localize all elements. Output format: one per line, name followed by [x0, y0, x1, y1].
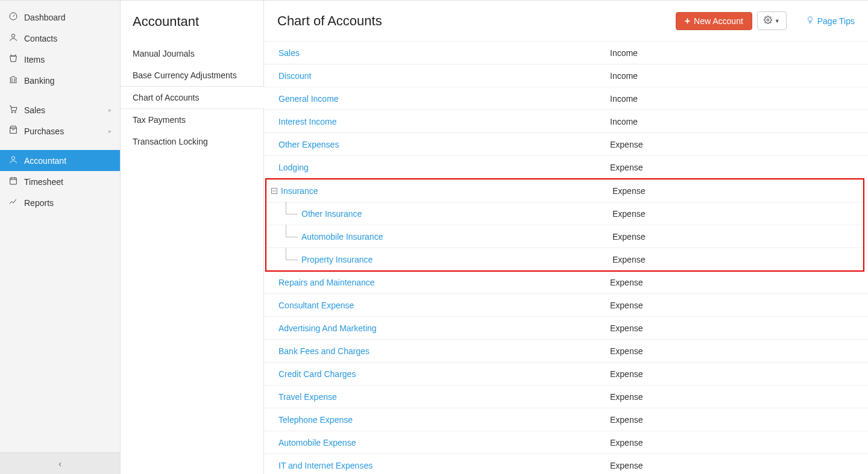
- collapse-nav-button[interactable]: ‹: [0, 452, 120, 474]
- items-icon: [8, 54, 18, 65]
- account-row: Bank Fees and ChargesExpense: [264, 340, 868, 363]
- banking-icon: [8, 75, 18, 86]
- tree-connector: [281, 208, 301, 220]
- dashboard-icon: [8, 11, 18, 23]
- svg-rect-5: [10, 178, 17, 184]
- nav-item-label: Reports: [24, 198, 54, 208]
- account-row: Automobile ExpenseExpense: [264, 431, 868, 454]
- account-link[interactable]: Telephone Expense: [278, 415, 353, 425]
- settings-dropdown-button[interactable]: ▼: [757, 11, 787, 30]
- account-link[interactable]: Bank Fees and Charges: [278, 346, 370, 356]
- page-tips-link[interactable]: Page Tips: [806, 16, 855, 26]
- account-type: Income: [610, 117, 868, 126]
- tree-connector: [281, 254, 301, 266]
- account-type: Expense: [610, 140, 868, 149]
- account-link[interactable]: Other Expenses: [278, 140, 339, 149]
- new-account-label: New Account: [694, 16, 743, 26]
- nav-item-accountant[interactable]: Accountant: [0, 150, 120, 171]
- gear-icon: [764, 16, 772, 26]
- account-link[interactable]: Discount: [278, 71, 311, 81]
- main-header: Chart of Accounts + New Account ▼ Page: [264, 1, 868, 41]
- contacts-icon: [8, 33, 18, 44]
- nav-item-sales[interactable]: Sales▸: [0, 99, 120, 120]
- account-link[interactable]: Travel Expense: [278, 392, 337, 402]
- subnav-item-base-currency-adjustments[interactable]: Base Currency Adjustments: [121, 64, 263, 86]
- account-row: General IncomeIncome: [264, 87, 868, 110]
- nav-item-label: Sales: [24, 105, 45, 115]
- page-title: Chart of Accounts: [277, 13, 382, 29]
- account-link[interactable]: Advertising And Marketing: [278, 323, 377, 333]
- timesheet-icon: [8, 176, 18, 187]
- sales-icon: [8, 104, 18, 116]
- subnav-item-transaction-locking[interactable]: Transaction Locking: [121, 131, 263, 152]
- account-row: Property InsuranceExpense: [266, 248, 863, 270]
- account-link[interactable]: IT and Internet Expenses: [278, 461, 373, 470]
- subnav-item-manual-journals[interactable]: Manual Journals: [121, 43, 263, 64]
- account-row: SalesIncome: [264, 42, 868, 64]
- caret-down-icon: ▼: [775, 18, 780, 24]
- account-row: Credit Card ChargesExpense: [264, 363, 868, 385]
- subnav-title: Accountant: [121, 1, 263, 43]
- account-link[interactable]: Repairs and Maintenance: [278, 278, 375, 287]
- nav-item-label: Accountant: [24, 156, 66, 166]
- collapse-tree-icon[interactable]: [270, 188, 278, 194]
- nav-item-dashboard[interactable]: Dashboard: [0, 7, 120, 28]
- account-row: Advertising And MarketingExpense: [264, 317, 868, 340]
- account-link[interactable]: Automobile Expense: [278, 438, 356, 447]
- nav-item-label: Contacts: [24, 34, 57, 43]
- account-link[interactable]: Credit Card Charges: [278, 369, 356, 379]
- main-content: Chart of Accounts + New Account ▼ Page: [264, 1, 868, 474]
- purchases-icon: [8, 125, 18, 137]
- account-type: Expense: [612, 232, 863, 242]
- account-row: Interest IncomeIncome: [264, 110, 868, 133]
- account-type: Expense: [612, 209, 863, 219]
- page-tips-label: Page Tips: [817, 16, 855, 26]
- account-row: Travel ExpenseExpense: [264, 385, 868, 408]
- chevron-left-icon: ‹: [58, 459, 61, 469]
- account-link[interactable]: General Income: [278, 94, 339, 104]
- account-link[interactable]: Property Insurance: [301, 255, 373, 264]
- plus-icon: +: [685, 16, 690, 26]
- svg-point-1: [11, 34, 14, 37]
- subnav-item-tax-payments[interactable]: Tax Payments: [121, 109, 263, 131]
- svg-point-2: [11, 111, 13, 113]
- svg-point-4: [11, 157, 14, 160]
- account-link[interactable]: Lodging: [278, 163, 309, 172]
- reports-icon: [8, 197, 18, 208]
- account-link[interactable]: Other Insurance: [301, 209, 362, 219]
- nav-item-contacts[interactable]: Contacts: [0, 28, 120, 49]
- account-row: LodgingExpense: [264, 156, 868, 179]
- accounts-table[interactable]: SalesIncomeDiscountIncomeGeneral IncomeI…: [264, 41, 868, 474]
- account-row: Repairs and MaintenanceExpense: [264, 271, 868, 294]
- nav-item-reports[interactable]: Reports: [0, 192, 120, 213]
- account-type: Expense: [610, 323, 868, 333]
- accountant-icon: [8, 155, 18, 166]
- account-type: Expense: [610, 346, 868, 356]
- account-link[interactable]: Insurance: [281, 186, 318, 196]
- chevron-right-icon: ▸: [108, 107, 112, 113]
- account-row: DiscountIncome: [264, 64, 868, 87]
- nav-item-label: Timesheet: [24, 177, 63, 187]
- account-type: Expense: [610, 163, 868, 172]
- account-link[interactable]: Consultant Expense: [278, 301, 354, 310]
- svg-point-6: [767, 19, 769, 21]
- nav-item-purchases[interactable]: Purchases▸: [0, 120, 120, 142]
- nav-item-items[interactable]: Items: [0, 49, 120, 70]
- account-link[interactable]: Interest Income: [278, 117, 337, 126]
- new-account-button[interactable]: + New Account: [676, 12, 752, 30]
- account-type: Income: [610, 48, 868, 58]
- account-row: Automobile InsuranceExpense: [266, 225, 863, 248]
- nav-item-label: Purchases: [24, 126, 64, 136]
- nav-item-banking[interactable]: Banking: [0, 70, 120, 91]
- chevron-right-icon: ▸: [108, 128, 112, 134]
- nav-item-timesheet[interactable]: Timesheet: [0, 171, 120, 192]
- account-type: Expense: [610, 392, 868, 402]
- subnav-item-chart-of-accounts[interactable]: Chart of Accounts: [121, 86, 263, 109]
- lightbulb-icon: [806, 16, 814, 26]
- nav-item-label: Items: [24, 55, 45, 64]
- account-type: Expense: [610, 438, 868, 447]
- account-link[interactable]: Sales: [278, 48, 300, 58]
- account-type: Income: [610, 71, 868, 81]
- account-link[interactable]: Automobile Insurance: [301, 232, 383, 242]
- account-type: Expense: [610, 301, 868, 310]
